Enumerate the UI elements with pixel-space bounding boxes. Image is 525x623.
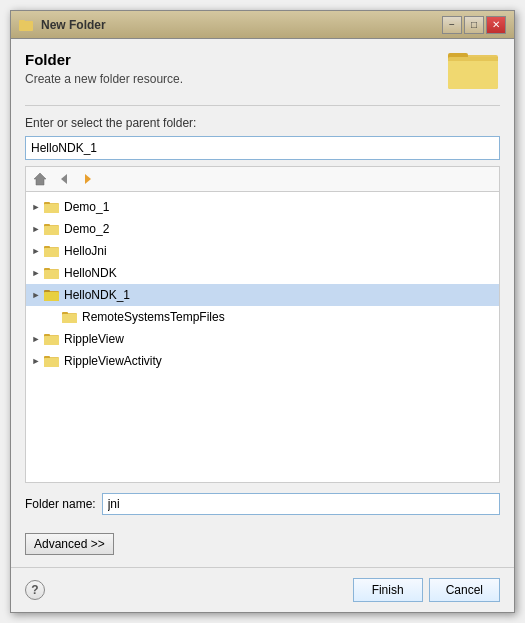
footer-right: Finish Cancel xyxy=(353,578,500,602)
tree-item-label: HelloJni xyxy=(64,244,107,258)
svg-marker-8 xyxy=(85,174,91,184)
tree-toolbar xyxy=(25,166,500,191)
tree-toggle-icon[interactable]: ► xyxy=(30,245,42,257)
back-toolbar-button[interactable] xyxy=(54,170,74,188)
svg-marker-6 xyxy=(34,173,46,185)
parent-folder-label: Enter or select the parent folder: xyxy=(25,116,500,130)
svg-rect-17 xyxy=(44,248,59,257)
tree-toggle-icon[interactable]: ► xyxy=(30,267,42,279)
home-toolbar-button[interactable] xyxy=(30,170,50,188)
tree-folder-icon xyxy=(44,199,60,215)
folder-name-section: Folder name: xyxy=(25,493,500,515)
header-subtitle: Create a new folder resource. xyxy=(25,72,183,86)
dialog-body: Folder Create a new folder resource. Ent… xyxy=(11,39,514,567)
tree-item-label: HelloNDK xyxy=(64,266,117,280)
advanced-section: Advanced >> xyxy=(25,523,500,555)
svg-rect-5 xyxy=(448,57,498,61)
tree-toggle-icon[interactable]: ► xyxy=(30,333,42,345)
tree-folder-icon xyxy=(44,221,60,237)
svg-rect-20 xyxy=(44,270,59,279)
tree-item-label: Demo_1 xyxy=(64,200,109,214)
title-bar-controls: − □ ✕ xyxy=(442,16,506,34)
header-section: Folder Create a new folder resource. xyxy=(25,51,500,91)
cancel-button[interactable]: Cancel xyxy=(429,578,500,602)
tree-folder-icon xyxy=(44,243,60,259)
title-bar: New Folder − □ ✕ xyxy=(11,11,514,39)
tree-toggle-icon[interactable]: ► xyxy=(30,223,42,235)
svg-rect-14 xyxy=(44,226,59,235)
tree-item-label: HelloNDK_1 xyxy=(64,288,130,302)
footer-left: ? xyxy=(25,580,45,600)
tree-toggle-icon[interactable] xyxy=(48,311,60,323)
svg-rect-23 xyxy=(44,292,59,301)
finish-button[interactable]: Finish xyxy=(353,578,423,602)
tree-item-label: Demo_2 xyxy=(64,222,109,236)
header-title: Folder xyxy=(25,51,183,68)
tree-folder-icon xyxy=(62,309,78,325)
svg-marker-7 xyxy=(61,174,67,184)
help-button[interactable]: ? xyxy=(25,580,45,600)
tree-item[interactable]: RemoteSystemsTempFiles xyxy=(26,306,499,328)
tree-container[interactable]: ► Demo_1► Demo_2► HelloJni► HelloNDK► He… xyxy=(25,191,500,483)
title-bar-left: New Folder xyxy=(19,17,106,33)
tree-folder-icon xyxy=(44,353,60,369)
tree-item[interactable]: ► HelloNDK_1 xyxy=(26,284,499,306)
tree-item[interactable]: ► HelloNDK xyxy=(26,262,499,284)
svg-rect-1 xyxy=(19,20,25,23)
forward-toolbar-button[interactable] xyxy=(78,170,98,188)
folder-icon-large xyxy=(448,47,500,91)
folder-name-input[interactable] xyxy=(102,493,500,515)
tree-item[interactable]: ► Demo_2 xyxy=(26,218,499,240)
svg-rect-32 xyxy=(44,358,59,367)
tree-folder-icon xyxy=(44,331,60,347)
new-folder-dialog: New Folder − □ ✕ Folder Create a new fol… xyxy=(10,10,515,613)
tree-folder-icon xyxy=(44,265,60,281)
advanced-button[interactable]: Advanced >> xyxy=(25,533,114,555)
svg-rect-26 xyxy=(62,314,77,323)
tree-item[interactable]: ► Demo_1 xyxy=(26,196,499,218)
close-button[interactable]: ✕ xyxy=(486,16,506,34)
svg-rect-29 xyxy=(44,336,59,345)
parent-folder-input[interactable] xyxy=(25,136,500,160)
header-text: Folder Create a new folder resource. xyxy=(25,51,183,86)
tree-item[interactable]: ► HelloJni xyxy=(26,240,499,262)
tree-item[interactable]: ► RippleViewActivity xyxy=(26,350,499,372)
maximize-button[interactable]: □ xyxy=(464,16,484,34)
folder-name-label: Folder name: xyxy=(25,497,96,511)
tree-toggle-icon[interactable]: ► xyxy=(30,355,42,367)
svg-rect-11 xyxy=(44,204,59,213)
dialog-icon xyxy=(19,17,35,33)
tree-item-label: RemoteSystemsTempFiles xyxy=(82,310,225,324)
section-separator xyxy=(25,105,500,106)
dialog-title: New Folder xyxy=(41,18,106,32)
tree-toggle-icon[interactable]: ► xyxy=(30,201,42,213)
tree-folder-icon xyxy=(44,287,60,303)
tree-item-label: RippleView xyxy=(64,332,124,346)
tree-item-label: RippleViewActivity xyxy=(64,354,162,368)
tree-item[interactable]: ► RippleView xyxy=(26,328,499,350)
minimize-button[interactable]: − xyxy=(442,16,462,34)
tree-toggle-icon[interactable]: ► xyxy=(30,289,42,301)
dialog-footer: ? Finish Cancel xyxy=(11,567,514,612)
svg-rect-4 xyxy=(448,57,498,89)
